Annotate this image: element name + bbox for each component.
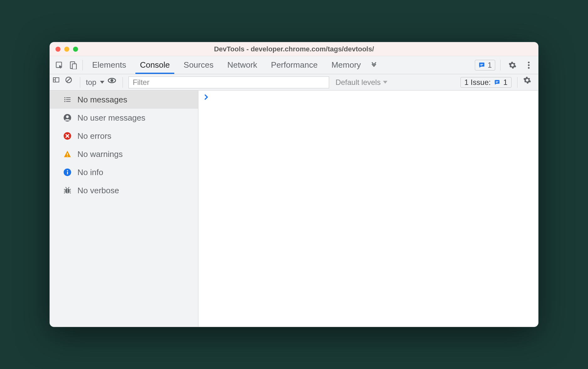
svg-point-23 [66,115,69,118]
svg-point-7 [528,67,529,68]
sidebar-item-label: No messages [77,95,127,105]
console-toolbar: top Default levels 1 Issue: 1 [50,74,538,91]
tab-label: Console [140,60,170,70]
tab-performance[interactable]: Performance [264,56,325,74]
more-tabs-button[interactable] [368,56,380,74]
svg-rect-17 [66,97,71,98]
list-icon [63,95,72,104]
separator [500,60,501,70]
context-label: top [86,78,96,87]
svg-line-11 [67,78,71,82]
tab-elements[interactable]: Elements [85,56,133,74]
device-toggle-icon[interactable] [66,58,80,72]
svg-rect-28 [67,172,68,174]
sidebar-item-info[interactable]: No info [50,163,198,181]
live-expression-icon[interactable] [108,76,120,89]
separator [80,77,80,88]
bug-icon [63,186,72,195]
user-icon [63,113,72,122]
svg-point-13 [111,79,113,82]
tab-bar: Elements Console Sources Network Perform… [50,56,538,74]
sidebar-item-label: No user messages [77,113,145,123]
tab-network[interactable]: Network [220,56,264,74]
sidebar-item-errors[interactable]: No errors [50,127,198,145]
filter-input[interactable] [129,76,329,88]
sidebar-item-label: No errors [77,131,111,141]
svg-rect-25 [67,153,68,155]
svg-rect-19 [66,99,71,100]
log-levels-selector[interactable]: Default levels [332,78,391,87]
log-levels-label: Default levels [335,78,381,87]
tab-console[interactable]: Console [133,56,176,74]
inspect-element-icon[interactable] [52,58,66,72]
issues-chip[interactable]: 1 [475,60,495,70]
tab-label: Sources [184,60,213,70]
svg-rect-2 [72,64,76,69]
context-selector[interactable]: top [83,78,108,87]
console-sidebar: No messages No user messages No errors N… [50,91,198,327]
separator [82,60,83,70]
error-icon [63,132,72,140]
console-output[interactable] [198,91,538,327]
tab-label: Memory [331,60,361,70]
tab-sources[interactable]: Sources [177,56,220,74]
tab-label: Elements [92,60,126,70]
svg-point-20 [64,101,66,102]
console-settings-icon[interactable] [523,76,536,89]
sidebar-item-warnings[interactable]: No warnings [50,145,198,163]
svg-rect-21 [66,101,71,102]
more-menu-icon[interactable] [522,58,536,72]
svg-rect-3 [480,64,483,65]
window-title: DevTools - developer.chrome.com/tags/dev… [50,45,538,53]
separator [517,77,517,88]
issues-chip-count: 1 [488,61,492,70]
svg-rect-4 [480,65,482,65]
chat-icon [494,79,500,86]
devtools-window: DevTools - developer.chrome.com/tags/dev… [50,42,538,327]
chevron-down-icon [383,81,387,84]
separator [123,77,123,88]
sidebar-item-label: No info [77,168,103,177]
warning-icon [63,150,72,159]
sidebar-item-user-messages[interactable]: No user messages [50,109,198,127]
issues-count: 1 [503,78,507,87]
sidebar-item-label: No warnings [77,149,123,159]
console-prompt-icon [204,94,533,100]
svg-rect-14 [496,81,498,82]
svg-rect-26 [67,156,68,156]
tab-memory[interactable]: Memory [324,56,368,74]
chevron-down-icon [100,81,104,84]
svg-point-5 [528,61,529,63]
settings-icon[interactable] [506,58,519,72]
chat-icon [478,62,485,69]
window-controls [50,47,78,52]
svg-point-16 [64,97,66,98]
main-area: No messages No user messages No errors N… [50,91,538,327]
issues-label: 1 Issue: [465,78,491,87]
svg-rect-15 [496,82,497,83]
sidebar-item-messages[interactable]: No messages [50,91,198,109]
svg-point-29 [67,170,68,171]
maximize-window-button[interactable] [73,47,78,52]
sidebar-item-label: No verbose [77,186,119,195]
close-window-button[interactable] [55,47,60,52]
clear-console-icon[interactable] [65,76,77,89]
tabs: Elements Console Sources Network Perform… [85,56,380,74]
tab-label: Network [227,60,257,70]
svg-point-6 [528,64,529,66]
svg-point-18 [64,99,66,100]
sidebar-toggle-icon[interactable] [52,76,65,89]
tab-label: Performance [271,60,318,70]
info-icon [63,168,72,177]
sidebar-item-verbose[interactable]: No verbose [50,181,198,200]
issues-counter[interactable]: 1 Issue: 1 [460,77,512,88]
minimize-window-button[interactable] [64,47,69,52]
titlebar: DevTools - developer.chrome.com/tags/dev… [50,42,538,56]
